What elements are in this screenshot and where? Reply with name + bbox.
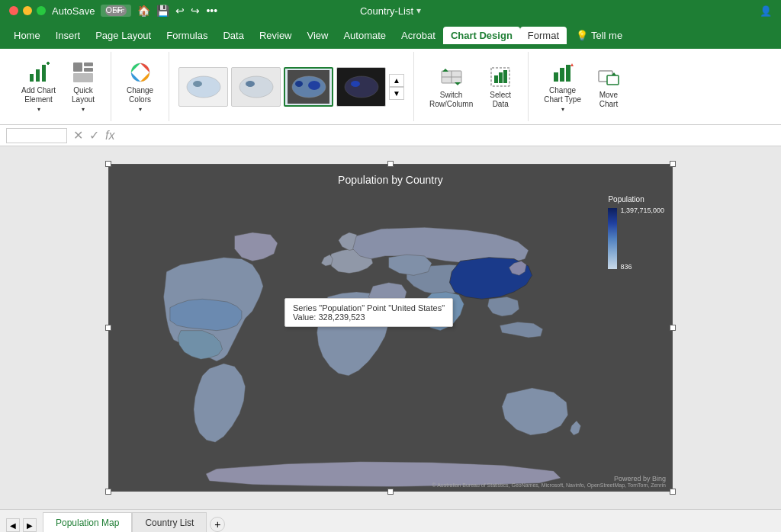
switch-row-column-icon — [439, 65, 464, 89]
chart-style-1[interactable] — [178, 67, 228, 107]
menu-review[interactable]: Review — [252, 27, 300, 44]
tab-population-map[interactable]: Population Map — [43, 512, 132, 532]
legend-max: 1,397,715,000 — [620, 207, 664, 214]
svg-rect-30 — [554, 72, 558, 82]
move-chart-icon — [596, 65, 621, 89]
tab-navigation: ◀ ▶ — [6, 518, 37, 532]
ribbon-group-add: Add ChartElement ▾ QuickLayout ▾ — [6, 52, 111, 121]
formula-fx-icon[interactable]: fx — [105, 129, 114, 143]
chart-style-4[interactable] — [336, 67, 386, 107]
svg-rect-5 — [73, 62, 82, 72]
tell-me-label[interactable]: Tell me — [591, 30, 622, 41]
add-sheet-button[interactable]: + — [210, 517, 225, 532]
formula-cancel-icon[interactable]: ✕ — [73, 128, 83, 143]
resize-handle-sw[interactable] — [105, 489, 111, 495]
formula-input[interactable] — [121, 130, 775, 141]
styles-up-button[interactable]: ▲ — [389, 74, 404, 87]
autosave-label: AutoSave — [52, 5, 95, 17]
resize-handle-n[interactable] — [387, 161, 394, 167]
legend-min: 836 — [620, 263, 664, 271]
resize-handle-nw[interactable] — [105, 161, 111, 167]
title-bar-right: 👤 — [760, 5, 772, 17]
chart-style-3[interactable] — [284, 67, 333, 107]
traffic-lights — [9, 6, 46, 15]
file-title: Country-List ▾ — [360, 5, 421, 17]
switch-row-column-button[interactable]: SwitchRow/Column — [423, 62, 479, 112]
tab-country-list[interactable]: Country List — [132, 512, 207, 532]
world-map[interactable] — [109, 187, 611, 492]
close-button[interactable] — [9, 6, 18, 15]
minimize-button[interactable] — [23, 6, 32, 15]
tooltip-series: Series "Population" Point "United States… — [293, 303, 445, 312]
quick-layout-label: QuickLayout — [72, 86, 95, 104]
svg-rect-7 — [84, 68, 93, 72]
ribbon-group-data: SwitchRow/Column SelectData — [414, 52, 529, 121]
svg-point-11 — [187, 76, 220, 98]
menu-view[interactable]: View — [300, 27, 336, 44]
autosave-state[interactable]: OFF — [105, 5, 127, 16]
quick-layout-button[interactable]: QuickLayout ▾ — [65, 57, 101, 116]
dropdown-icon[interactable]: ▾ — [416, 5, 421, 16]
menu-format[interactable]: Format — [520, 27, 567, 44]
user-icon: 👤 — [760, 5, 772, 17]
change-colors-button[interactable]: ChangeColors ▾ — [121, 57, 159, 116]
change-chart-type-button[interactable]: ChangeChart Type ▾ — [538, 57, 587, 116]
resize-handle-se[interactable] — [670, 489, 676, 495]
legend-title: Population — [608, 195, 664, 204]
change-colors-chevron: ▾ — [139, 106, 142, 113]
menu-data[interactable]: Data — [215, 27, 251, 44]
change-chart-type-icon — [551, 60, 575, 85]
autosave-toggle[interactable]: OFF — [101, 5, 131, 17]
svg-rect-32 — [566, 65, 570, 82]
menu-chart-design[interactable]: Chart Design — [443, 27, 520, 44]
title-bar-left: AutoSave OFF 🏠 💾 ↩ ↪ ••• — [9, 5, 217, 17]
bing-logo: Powered by Bing — [432, 475, 666, 482]
move-chart-button[interactable]: MoveChart — [590, 62, 627, 112]
svg-rect-27 — [494, 75, 498, 83]
attribution-text: © Australian Bureau of Statistics, GeoNa… — [432, 482, 666, 488]
save-icon[interactable]: 💾 — [156, 5, 169, 17]
legend-labels: 1,397,715,000 836 — [620, 207, 664, 271]
svg-rect-29 — [503, 70, 507, 83]
menu-page-layout[interactable]: Page Layout — [88, 27, 159, 44]
redo-icon[interactable]: ↪ — [191, 5, 200, 17]
svg-point-21 — [345, 76, 378, 98]
tab-nav-left-button[interactable]: ◀ — [6, 518, 20, 532]
more-icon[interactable]: ••• — [206, 5, 217, 17]
maximize-button[interactable] — [37, 6, 46, 15]
resize-handle-s[interactable] — [387, 489, 394, 495]
main-content: Population by Country Population 1,397,7… — [0, 146, 781, 509]
styles-down-button[interactable]: ▼ — [389, 87, 404, 100]
chart-style-2[interactable] — [231, 67, 281, 107]
menu-formulas[interactable]: Formulas — [159, 27, 215, 44]
svg-point-18 — [295, 81, 303, 87]
menu-automate[interactable]: Automate — [336, 27, 394, 44]
lightbulb-icon[interactable]: 💡 — [576, 30, 588, 41]
sheet-tabs: ◀ ▶ Population Map Country List + — [0, 509, 781, 532]
change-colors-icon — [128, 60, 153, 85]
svg-rect-1 — [36, 69, 40, 82]
quick-layout-icon — [71, 60, 95, 85]
select-data-button[interactable]: SelectData — [482, 62, 519, 112]
home-icon[interactable]: 🏠 — [137, 5, 150, 17]
svg-point-22 — [351, 81, 360, 87]
change-colors-label: ChangeColors — [127, 86, 153, 104]
svg-rect-28 — [499, 72, 503, 83]
menu-insert[interactable]: Insert — [48, 27, 88, 44]
menu-home[interactable]: Home — [6, 27, 48, 44]
resize-handle-e[interactable] — [670, 325, 676, 331]
move-chart-label: MoveChart — [599, 91, 618, 109]
add-chart-icon — [27, 60, 51, 85]
undo-icon[interactable]: ↩ — [175, 5, 185, 17]
ribbon-group-styles: ▲ ▼ — [169, 52, 414, 121]
tab-nav-right-button[interactable]: ▶ — [23, 518, 37, 532]
resize-handle-ne[interactable] — [670, 161, 676, 167]
resize-handle-w[interactable] — [105, 325, 111, 331]
ribbon-group-colors: ChangeColors ▾ — [111, 52, 169, 121]
chart-tooltip: Series "Population" Point "United States… — [284, 298, 453, 327]
menu-acrobat[interactable]: Acrobat — [394, 27, 443, 44]
add-chart-element-button[interactable]: Add ChartElement ▾ — [15, 57, 62, 116]
quick-layout-chevron: ▾ — [82, 106, 85, 113]
name-box[interactable] — [6, 128, 67, 143]
formula-confirm-icon[interactable]: ✓ — [89, 128, 99, 143]
